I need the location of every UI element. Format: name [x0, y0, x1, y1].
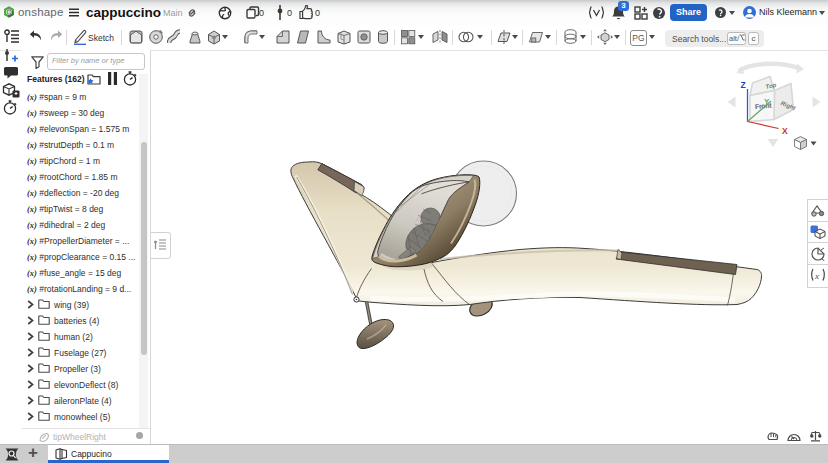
svg-text:x: x: [814, 271, 819, 281]
svg-text:X: X: [782, 126, 788, 136]
svg-text:Y: Y: [764, 97, 770, 106]
svg-text:Top: Top: [765, 82, 777, 90]
svg-text:Z: Z: [741, 80, 746, 90]
